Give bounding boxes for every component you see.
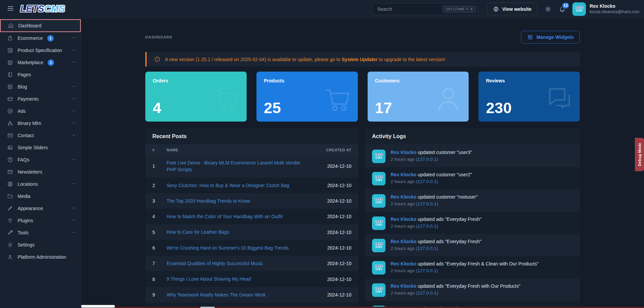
sidebar-item-pages[interactable]: Pages [0, 69, 81, 81]
sidebar-item-marketplace[interactable]: Marketplace1 [0, 56, 81, 69]
manage-widgets-button[interactable]: Manage Widgets [521, 31, 580, 44]
chevron-down-icon [71, 133, 76, 138]
wrench-icon [7, 230, 13, 236]
table-row: 89 Things I Love About Shaving My Head20… [145, 271, 358, 287]
activity-user-link[interactable]: Rex Klocko [391, 172, 416, 177]
sidebar-item-ecommerce[interactable]: Ecommerce1 [0, 32, 81, 44]
user-menu[interactable]: LETSCMS Rex Klocko kunze.eleanora@frami.… [572, 2, 639, 16]
post-link[interactable]: The Top 2020 Handbag Trends to Know [167, 198, 250, 204]
activity-user-link[interactable]: Rex Klocko [391, 150, 416, 155]
activity-ip-link[interactable]: 127.0.0.1 [418, 157, 437, 162]
activity-avatar: LETSCMS [372, 150, 386, 163]
post-created-at: 2024-12-10 [315, 178, 358, 193]
activity-log-entry: LETSCMSRex Klocko updated ads "Everyday … [365, 212, 580, 234]
view-website-button[interactable]: View website [487, 3, 537, 15]
table-row: 7Essential Qualities of Highly Successfu… [145, 256, 358, 271]
card-label: Reviews [486, 78, 572, 83]
sidebar-item-binary-mlm[interactable]: Binary Mlm [0, 117, 81, 129]
post-number: 6 [145, 240, 159, 256]
sidebar-item-label: Product Specification [18, 48, 62, 53]
activity-action: updated ads "Everyday Fresh & Clean with… [418, 261, 539, 266]
post-link[interactable]: Essential Qualities of Highly Successful… [167, 261, 263, 266]
sidebar-item-locations[interactable]: Locations [0, 178, 81, 190]
sidebar-item-newsletters[interactable]: Newsletters [0, 166, 81, 178]
logo-cms: CMS [44, 4, 65, 14]
logo-lets: LETS [20, 4, 44, 14]
chevron-down-icon [71, 96, 76, 102]
svg-text:AD: AD [9, 110, 11, 112]
theme-toggle-sun-icon[interactable] [545, 6, 551, 12]
activity-log-entry: LETSCMSRex Klocko updated ads "Everyday … [365, 234, 580, 256]
card-label: Customers [375, 78, 462, 83]
chevron-down-icon [71, 60, 76, 66]
stat-card-customers[interactable]: Customers17 [368, 72, 469, 122]
sidebar-item-platform-administration[interactable]: Platform Administration [0, 251, 81, 263]
sidebar-item-ads[interactable]: ADAds [0, 105, 81, 117]
activity-time: 2 hours ago [391, 290, 415, 296]
activity-ip-link[interactable]: 127.0.0.1 [418, 290, 437, 296]
menu-icon[interactable] [7, 5, 14, 14]
question-circle-icon [7, 157, 13, 163]
stat-card-products[interactable]: Products25 [256, 72, 358, 122]
system-updater-link[interactable]: System Updater [342, 57, 378, 62]
activity-ip-link[interactable]: 127.0.0.1 [418, 224, 437, 229]
sidebar-item-plugins[interactable]: Plugins [0, 214, 81, 227]
cart-icon [211, 83, 242, 114]
activity-user-link[interactable]: Rex Klocko [391, 283, 416, 289]
search-input[interactable]: Search ctrl/cmd + k [372, 3, 478, 15]
sidebar-item-faqs[interactable]: FAQs [0, 154, 81, 166]
post-link[interactable]: How to Match the Color of Your Handbag W… [167, 214, 282, 219]
sidebar-item-label: Simple Sliders [18, 145, 48, 150]
stat-cards: Orders4Products25Customers17Reviews230 [145, 72, 580, 122]
post-link[interactable]: Free Live Demo : Binary MLM Ecommerce La… [167, 160, 300, 172]
activity-user-link[interactable]: Rex Klocko [391, 239, 416, 244]
sidebar-item-appearance[interactable]: Appearance [0, 202, 81, 214]
chevron-down-icon [71, 206, 76, 211]
gear-icon [7, 242, 13, 248]
debug-mode-ribbon[interactable]: Debug Mode [635, 138, 644, 171]
app-logo[interactable]: LETSCMS [20, 4, 65, 14]
table-row: 5How to Care for Leather Bags2024-12-10 [145, 224, 358, 240]
sidebar-item-contact[interactable]: Contact [0, 129, 81, 142]
mail-icon [7, 169, 13, 175]
sidebar-item-label: Newsletters [18, 169, 42, 175]
activity-ip-link[interactable]: 127.0.0.1 [418, 246, 437, 251]
activity-user-link[interactable]: Rex Klocko [391, 261, 416, 266]
post-link[interactable]: Sexy Clutches: How to Buy & Wear a Desig… [167, 183, 289, 188]
chevron-down-icon [71, 181, 76, 187]
search-placeholder: Search [377, 6, 443, 12]
activity-avatar: LETSCMS [372, 194, 386, 208]
column-header-name: NAME [159, 145, 315, 155]
chevron-down-icon [71, 157, 76, 163]
plug-icon [7, 217, 13, 224]
activity-time: 2 hours ago [391, 224, 415, 229]
debugbar-collapsed[interactable] [114, 307, 644, 308]
notifications-bell-icon[interactable]: 13 [559, 6, 566, 12]
post-link[interactable]: Why Teamwork Really Makes The Dream Work [167, 292, 266, 298]
activity-action: updated customer "user3" [418, 150, 472, 155]
activity-user-link[interactable]: Rex Klocko [391, 216, 416, 222]
sidebar-item-payments[interactable]: Payments [0, 93, 81, 105]
stat-card-reviews[interactable]: Reviews230 [478, 72, 580, 122]
activity-ip-link[interactable]: 127.0.0.1 [418, 179, 437, 184]
activity-ip-link[interactable]: 127.0.0.1 [418, 268, 437, 273]
card-value: 17 [375, 99, 392, 117]
activity-logs-list: LETSCMSRex Klocko updated customer "user… [365, 145, 580, 308]
activity-ip-link[interactable]: 127.0.0.1 [418, 201, 437, 206]
post-link[interactable]: 9 Things I Love About Shaving My Head [167, 276, 251, 282]
bottom-scrollbar-thumb[interactable] [81, 305, 115, 308]
sidebar-item-tools[interactable]: Tools [0, 227, 81, 239]
stat-card-orders[interactable]: Orders4 [145, 72, 247, 122]
post-link[interactable]: How to Care for Leather Bags [167, 229, 229, 235]
post-link[interactable]: We're Crushing Hard on Summer's 10 Bigge… [167, 245, 289, 251]
sidebar-item-dashboard[interactable]: Dashboard [0, 19, 81, 32]
sidebar-item-product-specification[interactable]: Product Specification [0, 44, 81, 56]
chevron-down-icon [71, 230, 76, 236]
sidebar-item-settings[interactable]: Settings [0, 239, 81, 251]
sidebar-item-label: Ads [18, 108, 26, 114]
sidebar-item-media[interactable]: Media [0, 190, 81, 202]
activity-user-link[interactable]: Rex Klocko [391, 194, 416, 200]
sidebar-item-simple-sliders[interactable]: Simple Sliders [0, 142, 81, 154]
sidebar-item-blog[interactable]: Blog [0, 81, 81, 93]
breadcrumb: DASHBOARD [145, 35, 173, 39]
